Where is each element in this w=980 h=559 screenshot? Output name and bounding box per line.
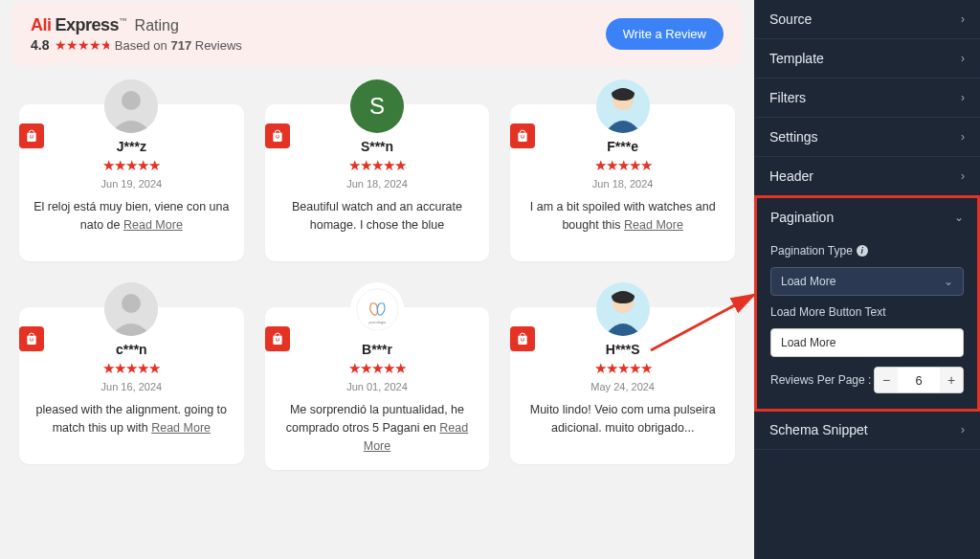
reviews-per-page-stepper: − +	[874, 367, 964, 393]
svg-point-19	[523, 338, 524, 339]
sidebar-panel-source[interactable]: Source›	[754, 0, 980, 39]
pagination-panel: Pagination ⌄ Pagination Type i Load More…	[754, 195, 980, 412]
reviewer-name: c***n	[116, 342, 147, 357]
reviewer-avatar	[596, 79, 650, 133]
aliexpress-badge-icon	[19, 123, 44, 148]
chevron-down-icon: ⌄	[944, 275, 953, 288]
chevron-right-icon: ›	[961, 52, 965, 65]
chevron-right-icon: ›	[961, 12, 965, 26]
load-more-text-label: Load More Button Text	[770, 305, 964, 319]
logo-ali: Ali	[31, 15, 52, 35]
review-stars: ★★★★★	[102, 157, 160, 174]
svg-point-4	[276, 135, 277, 136]
rating-header-left: AliExpress™ Rating 4.8 ★★★★★ Based on 71…	[31, 15, 242, 53]
chevron-right-icon: ›	[961, 91, 965, 104]
reviews-per-page-row: Reviews Per Page : − +	[770, 367, 964, 393]
review-text: El reloj está muy bien, viene con una na…	[33, 198, 231, 235]
reviewer-avatar	[596, 282, 650, 336]
reviewer-name: J***z	[117, 139, 146, 154]
pagination-type-select[interactable]: Load More ⌄	[770, 267, 964, 296]
sidebar-panel-label: Template	[769, 51, 824, 66]
aliexpress-badge-icon	[19, 326, 44, 351]
reviewer-name: H***S	[606, 342, 640, 357]
stepper-minus-button[interactable]: −	[875, 368, 898, 392]
pagination-panel-header[interactable]: Pagination ⌄	[757, 198, 977, 236]
aliexpress-badge-icon	[510, 123, 535, 148]
rating-stars: ★★★★★	[55, 37, 108, 53]
review-date: May 24, 2024	[590, 381, 655, 392]
review-text: Me sorprendió la puntualidad, he comprad…	[278, 401, 477, 455]
read-more-link[interactable]: Read More	[123, 218, 183, 232]
settings-sidebar: Source›Template›Filters›Settings›Header›…	[754, 0, 980, 559]
review-card: J***z★★★★★Jun 19, 2024El reloj está muy …	[19, 79, 244, 261]
reviewer-avatar	[104, 282, 158, 336]
logo-row: AliExpress™ Rating	[31, 15, 242, 35]
sidebar-panel-label: Header	[769, 168, 813, 184]
load-more-text-input[interactable]	[770, 328, 964, 357]
review-stars: ★★★★★	[594, 360, 652, 377]
reviewer-avatar	[104, 79, 158, 133]
svg-point-6	[521, 135, 522, 136]
sidebar-panel-label: Schema Snippet	[769, 422, 868, 437]
aliexpress-badge-icon	[265, 123, 290, 148]
svg-point-0	[30, 135, 31, 136]
read-more-link[interactable]: Read More	[364, 421, 468, 453]
review-date: Jun 01, 2024	[346, 381, 408, 392]
sidebar-panel-label: Filters	[769, 90, 806, 105]
review-text: pleased with the alignment. going to mat…	[33, 401, 231, 437]
rating-score: 4.8	[31, 37, 49, 53]
sidebar-panel-settings[interactable]: Settings›	[754, 118, 980, 157]
sidebar-panel-header[interactable]: Header›	[754, 157, 980, 196]
review-text: I am a bit spoiled with watches and boug…	[523, 198, 722, 235]
reviewer-name: F***e	[607, 139, 638, 154]
review-text: Muito lindo! Veio com uma pulseira adici…	[523, 401, 722, 437]
review-text: Beautiful watch and an accurate homage. …	[278, 198, 477, 235]
review-stars: ★★★★★	[348, 360, 406, 377]
review-card: c***n★★★★★Jun 16, 2024pleased with the a…	[19, 282, 244, 470]
reviews-grid: J***z★★★★★Jun 19, 2024El reloj está muy …	[11, 79, 743, 470]
sidebar-panel-schema-snippet[interactable]: Schema Snippet›	[754, 411, 980, 450]
reviewer-avatar: S	[350, 79, 404, 133]
review-stars: ★★★★★	[348, 157, 406, 174]
reviewer-name: S***n	[361, 139, 393, 154]
aliexpress-badge-icon	[265, 326, 290, 351]
sidebar-panel-template[interactable]: Template›	[754, 39, 980, 78]
main-preview: AliExpress™ Rating 4.8 ★★★★★ Based on 71…	[0, 0, 754, 559]
review-card: F***e★★★★★Jun 18, 2024I am a bit spoiled…	[510, 79, 735, 261]
read-more-link[interactable]: Read More	[151, 421, 211, 435]
review-stars: ★★★★★	[102, 360, 160, 377]
review-date: Jun 16, 2024	[101, 381, 163, 392]
svg-point-10	[30, 338, 31, 339]
review-date: Jun 18, 2024	[592, 178, 654, 190]
svg-point-14	[276, 338, 277, 339]
pagination-panel-body: Pagination Type i Load More ⌄ Load More …	[757, 236, 977, 409]
svg-point-11	[33, 338, 33, 339]
svg-point-18	[521, 338, 522, 339]
pagination-title: Pagination	[770, 210, 834, 225]
aliexpress-badge-icon	[510, 326, 535, 351]
pagination-type-label: Pagination Type i	[770, 244, 964, 257]
stepper-plus-button[interactable]: +	[940, 368, 963, 392]
review-date: Jun 18, 2024	[346, 178, 408, 190]
review-card: psicologiaB***r★★★★★Jun 01, 2024Me sorpr…	[265, 282, 490, 470]
sidebar-panel-label: Settings	[769, 129, 818, 145]
read-more-link[interactable]: Read More	[624, 218, 683, 232]
chevron-down-icon: ⌄	[954, 211, 964, 224]
reviewer-avatar: psicologia	[350, 282, 404, 336]
review-card: SS***n★★★★★Jun 18, 2024Beautiful watch a…	[265, 79, 490, 261]
chevron-right-icon: ›	[961, 423, 965, 436]
svg-point-3	[122, 91, 141, 110]
review-card: H***S★★★★★May 24, 2024Muito lindo! Veio …	[510, 282, 735, 470]
svg-point-7	[523, 135, 524, 136]
rating-header: AliExpress™ Rating 4.8 ★★★★★ Based on 71…	[11, 2, 743, 66]
reviews-per-page-input[interactable]	[898, 368, 940, 392]
svg-text:psicologia: psicologia	[368, 319, 387, 324]
write-review-button[interactable]: Write a Review	[606, 18, 724, 50]
chevron-right-icon: ›	[961, 130, 965, 144]
sidebar-panel-filters[interactable]: Filters›	[754, 78, 980, 118]
chevron-right-icon: ›	[961, 169, 965, 183]
based-on-text: Based on 717 Reviews	[115, 38, 242, 53]
info-icon[interactable]: i	[857, 245, 868, 257]
logo-express: Express™	[56, 15, 127, 35]
reviewer-name: B***r	[362, 342, 392, 357]
